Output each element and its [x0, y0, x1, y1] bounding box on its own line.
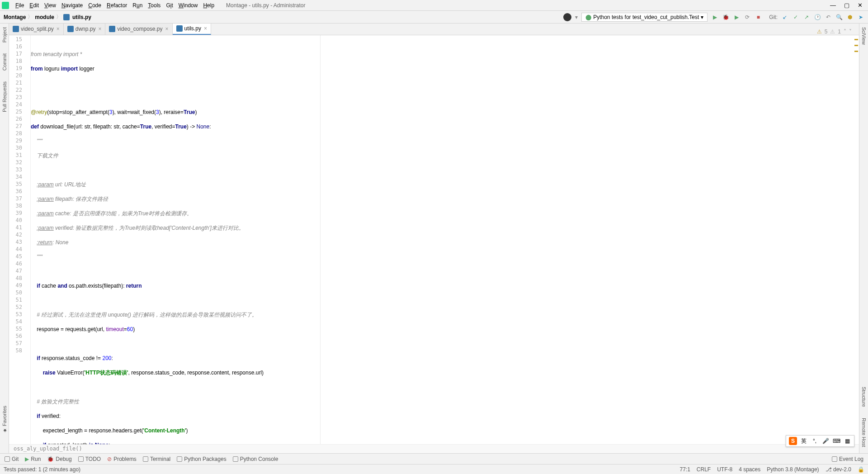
close-tab-icon[interactable]: × — [98, 26, 101, 32]
maximize-icon[interactable]: ▢ — [844, 2, 849, 9]
todo-icon — [78, 456, 84, 462]
window-title: Montage - utils.py - Administrator — [226, 2, 305, 9]
run-icon[interactable]: ▶ — [711, 14, 718, 21]
indent-setting[interactable]: 4 spaces — [739, 466, 760, 473]
line-separator[interactable]: CRLF — [697, 466, 711, 473]
stop-icon[interactable]: ■ — [755, 14, 762, 21]
breadcrumb-project[interactable]: Montage — [4, 14, 26, 20]
run-configuration-dropdown[interactable]: ⬤ Python tests for test_video_cut_publis… — [581, 13, 708, 22]
ime-keyboard-icon[interactable]: ⌨ — [832, 437, 840, 445]
favorites-tool[interactable]: ★ Favorites — [1, 404, 7, 435]
bug-icon: 🐞 — [47, 456, 54, 462]
status-bar: Tests passed: 1 (2 minutes ago) 77:1 CRL… — [0, 464, 868, 474]
tab-video-split[interactable]: video_split.py× — [9, 24, 64, 35]
ime-toolbar[interactable]: S 英 °, 🎤 ⌨ ▦ — [786, 435, 854, 447]
interpreter[interactable]: Python 3.8 (Montage) — [767, 466, 819, 473]
tab-video-compose[interactable]: video_compose.py× — [105, 24, 172, 35]
run-tool[interactable]: ▶Run — [25, 456, 41, 462]
profile-icon[interactable]: ⟳ — [744, 14, 751, 21]
python-file-icon — [63, 14, 70, 20]
terminal-tool[interactable]: Terminal — [143, 456, 170, 462]
python-file-icon — [109, 26, 115, 32]
nav-bar: Montage 〉 module 〉 utils.py ▾ ⬤ Python t… — [0, 11, 868, 24]
chevron-down-icon: ▾ — [701, 14, 703, 20]
close-icon[interactable]: ✕ — [858, 2, 863, 9]
git-branch[interactable]: ⎇ dev-2.0 — [826, 466, 851, 473]
ime-menu-icon[interactable]: ▦ — [843, 437, 851, 445]
file-encoding[interactable]: UTF-8 — [717, 466, 732, 473]
breadcrumb-file[interactable]: utils.py — [72, 14, 91, 20]
caret-position[interactable]: 77:1 — [679, 466, 690, 473]
menu-navigate[interactable]: Navigate — [59, 1, 85, 9]
error-stripe[interactable] — [854, 39, 858, 52]
remote-host-tool[interactable]: Remote Host — [861, 416, 867, 449]
terminal-icon — [143, 456, 148, 462]
close-tab-icon[interactable]: × — [165, 26, 169, 32]
down-icon[interactable]: ˅ — [849, 28, 852, 35]
project-tool[interactable]: Project — [2, 25, 7, 44]
add-config-icon[interactable]: ▾ — [575, 14, 578, 20]
event-log-tool[interactable]: Event Log — [832, 456, 863, 462]
right-tool-rail: SciView Structure Remote Host — [859, 24, 868, 453]
python-file-icon — [13, 26, 19, 32]
app-logo-icon — [2, 2, 9, 9]
breadcrumb[interactable]: Montage 〉 module 〉 utils.py — [4, 13, 91, 21]
problems-tool[interactable]: ⊘Problems — [107, 456, 137, 462]
ime-lang[interactable]: 英 — [800, 437, 808, 445]
code-content[interactable]: from tenacity import * from loguru impor… — [31, 35, 859, 444]
structure-tool[interactable]: Structure — [861, 385, 867, 409]
menu-tools[interactable]: Tools — [145, 1, 163, 9]
log-icon — [832, 456, 837, 462]
editor-tabs: video_split.py× dwnp.py× video_compose.p… — [9, 24, 859, 35]
coverage-icon[interactable]: ▶ — [733, 14, 740, 21]
menu-code[interactable]: Code — [85, 1, 104, 9]
package-icon — [177, 456, 182, 462]
pull-requests-tool[interactable]: Pull Requests — [2, 80, 7, 114]
menu-file[interactable]: File — [13, 1, 27, 9]
user-avatar-icon[interactable] — [563, 13, 571, 21]
tab-utils[interactable]: utils.py× — [173, 24, 211, 35]
settings-icon[interactable]: ⬢ — [846, 14, 854, 21]
close-tab-icon[interactable]: × — [57, 26, 60, 32]
up-icon[interactable]: ˄ — [844, 28, 846, 35]
python-packages-tool[interactable]: Python Packages — [177, 456, 226, 462]
todo-tool[interactable]: TODO — [78, 456, 101, 462]
menu-view[interactable]: View — [42, 1, 59, 9]
git-rollback-icon[interactable]: ↶ — [825, 14, 832, 21]
menu-bar: File Edit View Navigate Code Refactor Ru… — [0, 0, 868, 11]
menu-window[interactable]: Window — [176, 1, 201, 9]
menu-edit[interactable]: Edit — [27, 1, 42, 9]
code-editor[interactable]: 1516171819202122232425262728293031323334… — [9, 35, 859, 444]
ime-punct-icon[interactable]: °, — [811, 437, 819, 445]
git-tool[interactable]: Git — [5, 456, 19, 462]
git-update-icon[interactable]: ↙ — [781, 14, 788, 21]
tab-dwnp[interactable]: dwnp.py× — [64, 24, 106, 35]
python-console-tool[interactable]: Python Console — [233, 456, 278, 462]
debug-icon[interactable]: 🐞 — [722, 14, 729, 21]
menu-run[interactable]: Run — [130, 1, 145, 9]
sciview-tool[interactable]: SciView — [861, 25, 867, 47]
sogou-icon[interactable]: S — [789, 437, 797, 445]
menu-refactor[interactable]: Refactor — [104, 1, 130, 9]
git-commit-icon[interactable]: ✓ — [792, 14, 799, 21]
debug-tool[interactable]: 🐞Debug — [47, 456, 71, 462]
git-label: Git: — [769, 14, 778, 20]
left-tool-rail: Project Commit Pull Requests ★ Favorites — [0, 24, 9, 453]
menu-git[interactable]: Git — [163, 1, 175, 9]
weak-warning-icon: ⚠ — [830, 28, 835, 35]
forward-icon[interactable]: ➤ — [857, 14, 864, 21]
search-icon[interactable]: 🔍 — [835, 14, 843, 21]
ime-mic-icon[interactable]: 🎤 — [821, 437, 830, 445]
inspections-widget[interactable]: ⚠5 ⚠1 ˄ ˅ — [817, 28, 859, 35]
commit-tool[interactable]: Commit — [2, 52, 7, 72]
git-history-icon[interactable]: 🕑 — [814, 14, 821, 21]
python-file-icon — [176, 25, 183, 32]
git-push-icon[interactable]: ↗ — [803, 14, 810, 21]
menu-help[interactable]: Help — [200, 1, 217, 9]
status-message: Tests passed: 1 (2 minutes ago) — [4, 466, 80, 473]
breadcrumb-module[interactable]: module — [35, 14, 54, 20]
minimize-icon[interactable]: ― — [830, 2, 836, 9]
close-tab-icon[interactable]: × — [204, 25, 207, 32]
lock-icon[interactable]: 🔒 — [858, 466, 864, 473]
function-breadcrumb[interactable]: oss_aly_upload_file() — [9, 444, 859, 453]
